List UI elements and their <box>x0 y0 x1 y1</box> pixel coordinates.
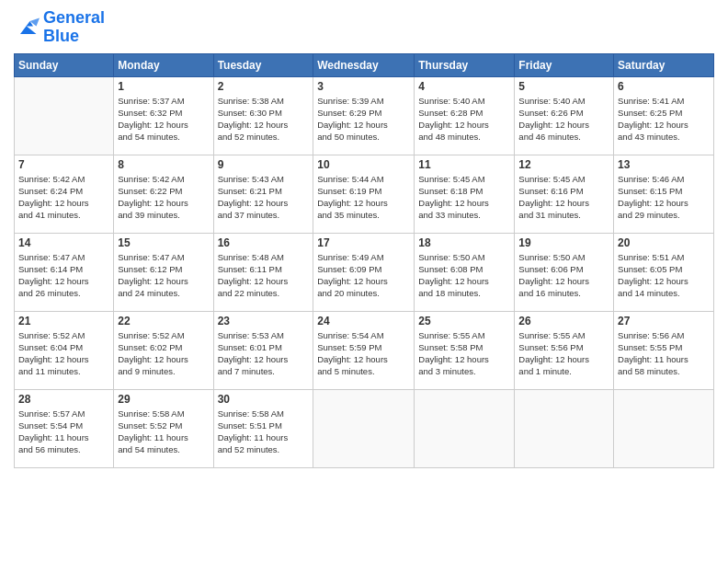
day-header-monday: Monday <box>114 53 213 76</box>
calendar-cell: 8Sunrise: 5:42 AMSunset: 6:22 PMDaylight… <box>114 155 213 233</box>
day-number: 13 <box>618 158 710 171</box>
day-info: Sunrise: 5:55 AMSunset: 5:56 PMDaylight:… <box>518 329 609 378</box>
day-info: Sunrise: 5:39 AMSunset: 6:29 PMDaylight:… <box>317 95 410 144</box>
calendar-cell: 18Sunrise: 5:50 AMSunset: 6:08 PMDayligh… <box>415 233 515 311</box>
day-number: 12 <box>518 158 609 171</box>
calendar-cell: 10Sunrise: 5:44 AMSunset: 6:19 PMDayligh… <box>313 155 415 233</box>
calendar-cell: 12Sunrise: 5:45 AMSunset: 6:16 PMDayligh… <box>515 155 614 233</box>
day-info: Sunrise: 5:55 AMSunset: 5:58 PMDaylight:… <box>418 329 510 378</box>
calendar-cell: 7Sunrise: 5:42 AMSunset: 6:24 PMDaylight… <box>15 155 114 233</box>
calendar-week-2: 7Sunrise: 5:42 AMSunset: 6:24 PMDaylight… <box>15 155 714 233</box>
day-number: 7 <box>18 158 109 171</box>
day-number: 20 <box>618 236 710 249</box>
day-info: Sunrise: 5:53 AMSunset: 6:01 PMDaylight:… <box>218 329 310 378</box>
calendar-cell: 13Sunrise: 5:46 AMSunset: 6:15 PMDayligh… <box>614 155 714 233</box>
day-number: 23 <box>218 315 310 327</box>
day-number: 30 <box>218 393 310 406</box>
day-info: Sunrise: 5:52 AMSunset: 6:02 PMDaylight:… <box>118 329 209 378</box>
day-number: 9 <box>218 158 310 171</box>
calendar-week-4: 21Sunrise: 5:52 AMSunset: 6:04 PMDayligh… <box>15 311 714 389</box>
calendar-week-5: 28Sunrise: 5:57 AMSunset: 5:54 PMDayligh… <box>15 389 714 467</box>
calendar-cell: 16Sunrise: 5:48 AMSunset: 6:11 PMDayligh… <box>213 233 313 311</box>
day-info: Sunrise: 5:58 AMSunset: 5:51 PMDaylight:… <box>218 408 310 456</box>
day-number: 22 <box>118 315 209 327</box>
logo-icon <box>14 15 40 40</box>
calendar-cell: 11Sunrise: 5:45 AMSunset: 6:18 PMDayligh… <box>415 155 515 233</box>
calendar-cell: 2Sunrise: 5:38 AMSunset: 6:30 PMDaylight… <box>213 76 313 155</box>
day-header-sunday: Sunday <box>15 53 114 76</box>
day-info: Sunrise: 5:38 AMSunset: 6:30 PMDaylight:… <box>218 95 310 144</box>
day-number: 28 <box>18 393 109 406</box>
day-number: 2 <box>218 80 310 93</box>
day-number: 25 <box>418 315 510 327</box>
day-number: 27 <box>618 315 710 327</box>
calendar-cell: 24Sunrise: 5:54 AMSunset: 5:59 PMDayligh… <box>313 311 415 389</box>
day-number: 26 <box>518 315 609 327</box>
day-number: 21 <box>18 315 109 327</box>
calendar-cell: 19Sunrise: 5:50 AMSunset: 6:06 PMDayligh… <box>515 233 614 311</box>
day-info: Sunrise: 5:48 AMSunset: 6:11 PMDaylight:… <box>218 251 310 300</box>
calendar-cell: 21Sunrise: 5:52 AMSunset: 6:04 PMDayligh… <box>15 311 114 389</box>
day-number: 24 <box>317 315 410 327</box>
day-info: Sunrise: 5:42 AMSunset: 6:22 PMDaylight:… <box>118 173 209 222</box>
calendar-cell: 14Sunrise: 5:47 AMSunset: 6:14 PMDayligh… <box>15 233 114 311</box>
calendar-week-3: 14Sunrise: 5:47 AMSunset: 6:14 PMDayligh… <box>15 233 714 311</box>
logo-text: General Blue <box>43 9 105 46</box>
day-info: Sunrise: 5:45 AMSunset: 6:16 PMDaylight:… <box>518 173 609 222</box>
day-header-saturday: Saturday <box>614 53 714 76</box>
day-info: Sunrise: 5:49 AMSunset: 6:09 PMDaylight:… <box>317 251 410 300</box>
calendar-cell: 3Sunrise: 5:39 AMSunset: 6:29 PMDaylight… <box>313 76 415 155</box>
day-number: 10 <box>317 158 410 171</box>
calendar-week-1: 1Sunrise: 5:37 AMSunset: 6:32 PMDaylight… <box>15 76 714 155</box>
day-number: 14 <box>18 236 109 249</box>
calendar-cell: 22Sunrise: 5:52 AMSunset: 6:02 PMDayligh… <box>114 311 213 389</box>
calendar-cell: 4Sunrise: 5:40 AMSunset: 6:28 PMDaylight… <box>415 76 515 155</box>
day-number: 8 <box>118 158 209 171</box>
day-info: Sunrise: 5:46 AMSunset: 6:15 PMDaylight:… <box>618 173 710 222</box>
calendar-cell <box>415 389 515 467</box>
calendar-cell <box>614 389 714 467</box>
calendar-cell <box>313 389 415 467</box>
day-info: Sunrise: 5:47 AMSunset: 6:12 PMDaylight:… <box>118 251 209 300</box>
day-header-wednesday: Wednesday <box>313 53 415 76</box>
day-number: 4 <box>418 80 510 93</box>
day-info: Sunrise: 5:43 AMSunset: 6:21 PMDaylight:… <box>218 173 310 222</box>
day-info: Sunrise: 5:45 AMSunset: 6:18 PMDaylight:… <box>418 173 510 222</box>
day-number: 16 <box>218 236 310 249</box>
header: General Blue <box>14 9 714 46</box>
day-number: 19 <box>518 236 609 249</box>
day-number: 15 <box>118 236 209 249</box>
calendar-table: SundayMondayTuesdayWednesdayThursdayFrid… <box>14 53 714 468</box>
logo: General Blue <box>14 9 105 46</box>
calendar-cell: 5Sunrise: 5:40 AMSunset: 6:26 PMDaylight… <box>515 76 614 155</box>
day-number: 17 <box>317 236 410 249</box>
day-number: 6 <box>618 80 710 93</box>
day-number: 18 <box>418 236 510 249</box>
day-number: 5 <box>518 80 609 93</box>
day-number: 29 <box>118 393 209 406</box>
day-info: Sunrise: 5:57 AMSunset: 5:54 PMDaylight:… <box>18 408 109 456</box>
day-info: Sunrise: 5:52 AMSunset: 6:04 PMDaylight:… <box>18 329 109 378</box>
day-info: Sunrise: 5:37 AMSunset: 6:32 PMDaylight:… <box>118 95 209 144</box>
calendar-cell: 27Sunrise: 5:56 AMSunset: 5:55 PMDayligh… <box>614 311 714 389</box>
day-header-friday: Friday <box>515 53 614 76</box>
calendar-cell: 20Sunrise: 5:51 AMSunset: 6:05 PMDayligh… <box>614 233 714 311</box>
calendar-cell <box>15 76 114 155</box>
calendar-cell: 23Sunrise: 5:53 AMSunset: 6:01 PMDayligh… <box>213 311 313 389</box>
day-header-tuesday: Tuesday <box>213 53 313 76</box>
day-info: Sunrise: 5:41 AMSunset: 6:25 PMDaylight:… <box>618 95 710 144</box>
day-info: Sunrise: 5:40 AMSunset: 6:26 PMDaylight:… <box>518 95 609 144</box>
day-header-thursday: Thursday <box>415 53 515 76</box>
calendar-cell: 25Sunrise: 5:55 AMSunset: 5:58 PMDayligh… <box>415 311 515 389</box>
calendar-cell: 26Sunrise: 5:55 AMSunset: 5:56 PMDayligh… <box>515 311 614 389</box>
calendar-cell: 29Sunrise: 5:58 AMSunset: 5:52 PMDayligh… <box>114 389 213 467</box>
day-info: Sunrise: 5:47 AMSunset: 6:14 PMDaylight:… <box>18 251 109 300</box>
calendar-cell: 17Sunrise: 5:49 AMSunset: 6:09 PMDayligh… <box>313 233 415 311</box>
calendar-header-row: SundayMondayTuesdayWednesdayThursdayFrid… <box>15 53 714 76</box>
day-number: 3 <box>317 80 410 93</box>
day-info: Sunrise: 5:50 AMSunset: 6:08 PMDaylight:… <box>418 251 510 300</box>
calendar-cell: 30Sunrise: 5:58 AMSunset: 5:51 PMDayligh… <box>213 389 313 467</box>
day-info: Sunrise: 5:44 AMSunset: 6:19 PMDaylight:… <box>317 173 410 222</box>
day-info: Sunrise: 5:54 AMSunset: 5:59 PMDaylight:… <box>317 329 410 378</box>
calendar-cell <box>515 389 614 467</box>
